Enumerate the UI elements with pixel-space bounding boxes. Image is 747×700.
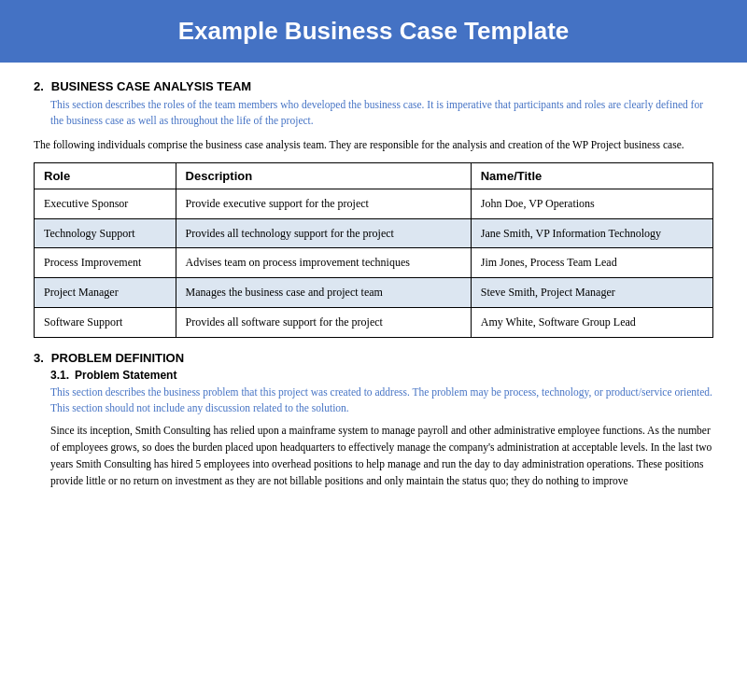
table-row: Software SupportProvides all software su… xyxy=(35,307,713,337)
table-cell-role: Executive Sponsor xyxy=(35,189,176,218)
header: Example Business Case Template xyxy=(0,0,747,63)
table-cell-description: Provides all software support for the pr… xyxy=(176,307,471,337)
section-3-1-title: Problem Statement xyxy=(75,369,176,382)
table-cell-description: Provide executive support for the projec… xyxy=(176,189,471,218)
col-name: Name/Title xyxy=(471,162,712,189)
table-cell-role: Technology Support xyxy=(35,218,176,248)
section-2-description: This section describes the roles of the … xyxy=(50,97,713,130)
team-table: Role Description Name/Title Executive Sp… xyxy=(34,162,713,338)
section-3-1-num: 3.1. xyxy=(50,369,69,382)
section-3-num: 3. xyxy=(34,351,44,365)
section-2-intro: The following individuals comprise the b… xyxy=(34,137,713,153)
header-title: Example Business Case Template xyxy=(178,17,570,45)
col-description: Description xyxy=(176,162,471,189)
table-cell-name: John Doe, VP Operations xyxy=(471,189,712,218)
table-cell-name: Amy White, Software Group Lead xyxy=(471,307,712,337)
table-row: Executive SponsorProvide executive suppo… xyxy=(35,189,713,218)
section-3-1-body: Since its inception, Smith Consulting ha… xyxy=(50,423,713,489)
table-row: Technology SupportProvides all technolog… xyxy=(35,218,713,248)
table-row: Process ImprovementAdvises team on proce… xyxy=(35,248,713,278)
section-2-num: 2. xyxy=(34,79,44,93)
table-cell-description: Advises team on process improvement tech… xyxy=(176,248,471,278)
section-3-1-description: This section describes the business prob… xyxy=(50,385,713,417)
table-cell-name: Jim Jones, Process Team Lead xyxy=(471,248,712,278)
section-3-1: 3.1. Problem Statement This section desc… xyxy=(50,369,713,490)
table-cell-role: Process Improvement xyxy=(35,248,176,278)
table-cell-name: Jane Smith, VP Information Technology xyxy=(471,218,712,248)
table-cell-role: Project Manager xyxy=(35,278,176,308)
section-3-title: Problem Definition xyxy=(51,351,184,365)
section-2-title: Business Case Analysis Team xyxy=(51,79,251,93)
table-cell-description: Manages the business case and project te… xyxy=(176,278,471,308)
section-2: 2. Business Case Analysis Team This sect… xyxy=(34,79,713,338)
table-row: Project ManagerManages the business case… xyxy=(35,278,713,308)
table-cell-role: Software Support xyxy=(35,307,176,337)
col-role: Role xyxy=(35,162,176,189)
section-3: 3. Problem Definition 3.1. Problem State… xyxy=(34,351,713,490)
table-cell-description: Provides all technology support for the … xyxy=(176,218,471,248)
table-cell-name: Steve Smith, Project Manager xyxy=(471,278,712,308)
